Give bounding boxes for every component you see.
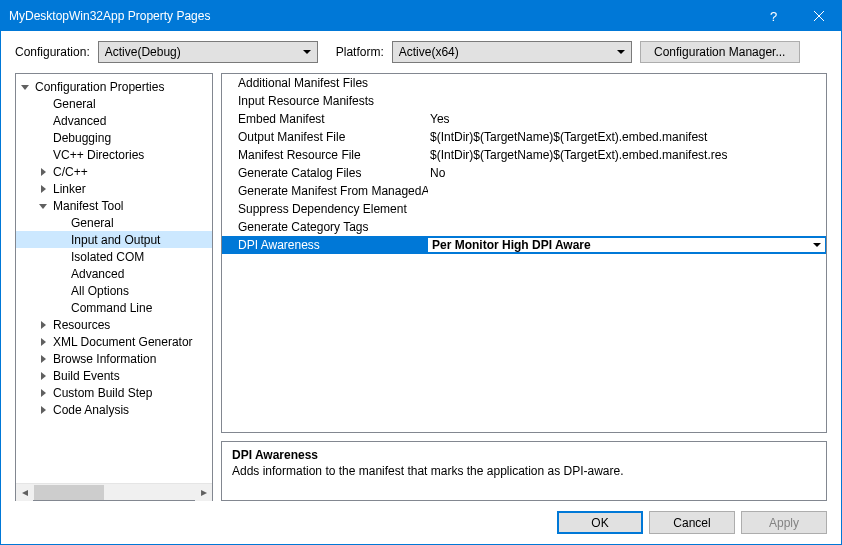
footer: OK Cancel Apply — [1, 501, 841, 544]
property-row[interactable]: Input Resource Manifests — [222, 92, 826, 110]
property-name: Manifest Resource File — [222, 148, 428, 162]
tree-item[interactable]: Linker — [16, 180, 212, 197]
tree-item-label: Isolated COM — [71, 250, 144, 264]
platform-value: Active(x64) — [399, 45, 459, 59]
tree-item[interactable]: Configuration Properties — [16, 78, 212, 95]
property-name: Generate Manifest From ManagedAssembly — [222, 184, 428, 198]
tree-item[interactable]: XML Document Generator — [16, 333, 212, 350]
property-row[interactable]: Output Manifest File$(IntDir)$(TargetNam… — [222, 128, 826, 146]
scroll-thumb[interactable] — [34, 485, 104, 500]
tree-item[interactable]: Isolated COM — [16, 248, 212, 265]
close-button[interactable] — [796, 1, 841, 31]
property-name: DPI Awareness — [222, 238, 428, 252]
property-name: Suppress Dependency Element — [222, 202, 428, 216]
property-name: Embed Manifest — [222, 112, 428, 126]
property-value[interactable]: Per Monitor High DPI Aware — [428, 238, 825, 252]
tree-item[interactable]: General — [16, 214, 212, 231]
tree-item[interactable]: Manifest Tool — [16, 197, 212, 214]
tree-item-label: C/C++ — [53, 165, 88, 179]
tree-item[interactable]: Input and Output — [16, 231, 212, 248]
tree-horizontal-scrollbar[interactable]: ◂ ▸ — [16, 483, 212, 500]
tree-item-label: Debugging — [53, 131, 111, 145]
tree-item-label: General — [53, 97, 96, 111]
tree-item-label: All Options — [71, 284, 129, 298]
help-button[interactable]: ? — [751, 1, 796, 31]
configuration-label: Configuration: — [15, 45, 90, 59]
tree-item-label: Resources — [53, 318, 110, 332]
property-value[interactable]: No — [428, 166, 826, 180]
tree-item-label: Advanced — [71, 267, 124, 281]
tree-item-label: Input and Output — [71, 233, 160, 247]
window-title: MyDesktopWin32App Property Pages — [9, 9, 751, 23]
ok-button[interactable]: OK — [557, 511, 643, 534]
tree-item-label: Manifest Tool — [53, 199, 123, 213]
main-area: Configuration PropertiesGeneralAdvancedD… — [1, 67, 841, 501]
property-row[interactable]: Generate Category Tags — [222, 218, 826, 236]
tree-item[interactable]: VC++ Directories — [16, 146, 212, 163]
property-row[interactable]: Manifest Resource File$(IntDir)$(TargetN… — [222, 146, 826, 164]
tree-item[interactable]: Code Analysis — [16, 401, 212, 418]
chevron-right-icon[interactable] — [37, 168, 49, 176]
tree-item[interactable]: Build Events — [16, 367, 212, 384]
apply-button[interactable]: Apply — [741, 511, 827, 534]
property-grid[interactable]: Additional Manifest FilesInput Resource … — [221, 73, 827, 433]
scroll-left-icon[interactable]: ◂ — [16, 484, 33, 501]
property-value[interactable]: $(IntDir)$(TargetName)$(TargetExt).embed… — [428, 148, 826, 162]
description-title: DPI Awareness — [232, 448, 816, 462]
platform-label: Platform: — [336, 45, 384, 59]
chevron-down-icon[interactable] — [19, 84, 31, 89]
chevron-right-icon[interactable] — [37, 406, 49, 414]
tree[interactable]: Configuration PropertiesGeneralAdvancedD… — [16, 74, 212, 483]
chevron-down-icon[interactable] — [37, 203, 49, 208]
configuration-manager-button[interactable]: Configuration Manager... — [640, 41, 800, 63]
tree-item-label: XML Document Generator — [53, 335, 193, 349]
chevron-right-icon[interactable] — [37, 372, 49, 380]
tree-item[interactable]: Advanced — [16, 265, 212, 282]
property-name: Additional Manifest Files — [222, 76, 428, 90]
tree-item-label: Command Line — [71, 301, 152, 315]
tree-item[interactable]: Custom Build Step — [16, 384, 212, 401]
cancel-button[interactable]: Cancel — [649, 511, 735, 534]
tree-item-label: Linker — [53, 182, 86, 196]
property-row[interactable]: Generate Manifest From ManagedAssembly — [222, 182, 826, 200]
chevron-right-icon[interactable] — [37, 185, 49, 193]
property-name: Output Manifest File — [222, 130, 428, 144]
platform-combo[interactable]: Active(x64) — [392, 41, 632, 63]
property-row[interactable]: Suppress Dependency Element — [222, 200, 826, 218]
tree-item[interactable]: Debugging — [16, 129, 212, 146]
property-name: Generate Catalog Files — [222, 166, 428, 180]
tree-item[interactable]: Browse Information — [16, 350, 212, 367]
configuration-combo[interactable]: Active(Debug) — [98, 41, 318, 63]
property-value[interactable]: $(IntDir)$(TargetName)$(TargetExt).embed… — [428, 130, 826, 144]
tree-item[interactable]: Command Line — [16, 299, 212, 316]
tree-item-label: VC++ Directories — [53, 148, 144, 162]
tree-item[interactable]: Resources — [16, 316, 212, 333]
tree-item[interactable]: Advanced — [16, 112, 212, 129]
description-text: Adds information to the manifest that ma… — [232, 464, 816, 478]
property-name: Generate Category Tags — [222, 220, 428, 234]
tree-item-label: Advanced — [53, 114, 106, 128]
description-panel: DPI Awareness Adds information to the ma… — [221, 441, 827, 501]
property-row[interactable]: Additional Manifest Files — [222, 74, 826, 92]
property-row[interactable]: Generate Catalog FilesNo — [222, 164, 826, 182]
tree-item[interactable]: All Options — [16, 282, 212, 299]
chevron-right-icon[interactable] — [37, 389, 49, 397]
property-pages-dialog: MyDesktopWin32App Property Pages ? Confi… — [0, 0, 842, 545]
toolbar: Configuration: Active(Debug) Platform: A… — [1, 31, 841, 67]
scroll-right-icon[interactable]: ▸ — [195, 484, 212, 501]
tree-item[interactable]: C/C++ — [16, 163, 212, 180]
property-row[interactable]: Embed ManifestYes — [222, 110, 826, 128]
chevron-right-icon[interactable] — [37, 321, 49, 329]
tree-item-label: Configuration Properties — [35, 80, 164, 94]
close-icon — [814, 11, 824, 21]
property-row[interactable]: DPI AwarenessPer Monitor High DPI Aware — [222, 236, 826, 254]
tree-item-label: Custom Build Step — [53, 386, 152, 400]
tree-item[interactable]: General — [16, 95, 212, 112]
property-value[interactable]: Yes — [428, 112, 826, 126]
help-icon: ? — [770, 9, 777, 24]
tree-item-label: Browse Information — [53, 352, 156, 366]
chevron-right-icon[interactable] — [37, 338, 49, 346]
chevron-right-icon[interactable] — [37, 355, 49, 363]
tree-item-label: Build Events — [53, 369, 120, 383]
property-name: Input Resource Manifests — [222, 94, 428, 108]
